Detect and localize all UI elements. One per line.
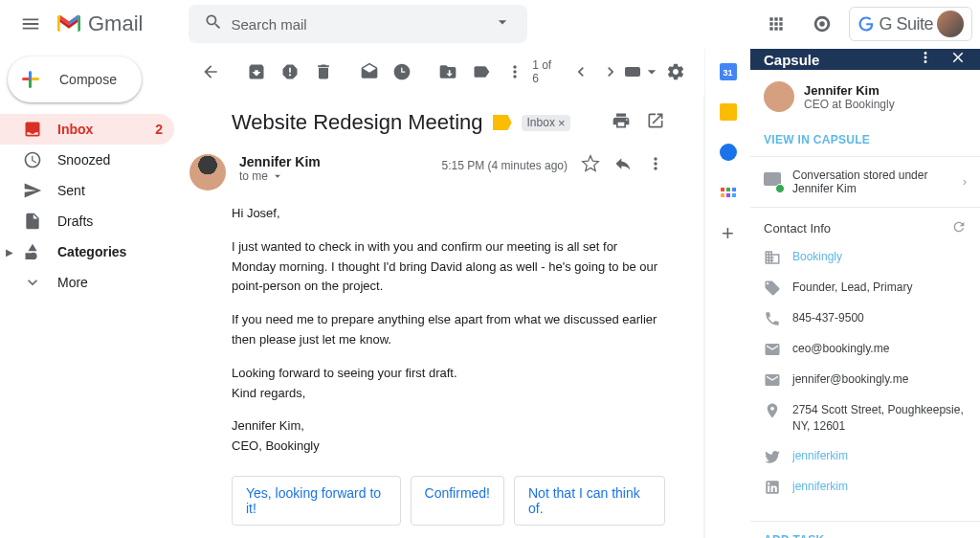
search-options-icon[interactable]: [485, 5, 520, 43]
tags-row: Founder, Lead, Primary: [764, 280, 967, 297]
tasks-addon-icon[interactable]: [717, 141, 740, 164]
contact-info-title: Contact Info: [764, 221, 831, 235]
avatar[interactable]: [937, 11, 964, 37]
mail-toolbar: 1 of 6: [182, 49, 704, 95]
message-more-icon[interactable]: [646, 154, 665, 176]
sidebar-item-categories[interactable]: Categories: [19, 236, 174, 267]
prev-icon[interactable]: [566, 55, 596, 89]
move-icon[interactable]: [433, 55, 464, 89]
sidebar-item-more[interactable]: More: [0, 267, 174, 298]
add-task-link[interactable]: ADD TASK: [764, 533, 967, 538]
spam-icon[interactable]: [275, 55, 306, 89]
sender-name: Jennifer Kim: [239, 154, 442, 169]
smart-reply-1[interactable]: Yes, looking forward to it!: [232, 476, 401, 526]
archive-icon[interactable]: [241, 55, 273, 89]
sidebar-item-drafts[interactable]: Drafts: [0, 206, 174, 236]
gsuite-badge[interactable]: G Suite: [849, 7, 972, 41]
smart-reply-3[interactable]: Not that I can think of.: [514, 476, 665, 526]
conversation-stored-row[interactable]: Conversation stored under Jennifer Kim ›: [750, 156, 980, 207]
capsule-avatar[interactable]: [764, 81, 794, 112]
top-bar: Gmail G Suite: [0, 0, 980, 49]
svg-point-2: [820, 21, 826, 27]
snooze-icon[interactable]: [387, 55, 418, 89]
linkedin-row: jenniferkim: [764, 479, 967, 496]
phone-row: 845-437-9500: [764, 310, 967, 327]
hamburger-menu-icon[interactable]: [8, 1, 54, 47]
sidebar-item-snoozed[interactable]: Snoozed: [0, 145, 174, 175]
mail-subject: Website Redesign Meeting: [232, 110, 483, 135]
stored-icon: [764, 172, 783, 191]
next-icon[interactable]: [595, 55, 626, 89]
twitter-row: jenniferkim: [764, 448, 967, 465]
sidebar-label: Snoozed: [57, 152, 110, 168]
mark-unread-icon[interactable]: [353, 55, 385, 89]
sidebar-label: Sent: [57, 183, 85, 198]
notifications-icon[interactable]: [803, 5, 841, 43]
twitter-link[interactable]: jenniferkim: [792, 448, 848, 464]
capsule-close-icon[interactable]: [949, 49, 967, 70]
sidebar-item-inbox[interactable]: Inbox 2: [0, 114, 174, 145]
mail-body: Website Redesign Meeting Inbox× Jennifer…: [182, 95, 704, 538]
categories-caret-icon[interactable]: ▶: [0, 247, 19, 258]
more-icon[interactable]: [499, 55, 530, 89]
label-chip[interactable]: Inbox×: [522, 115, 571, 131]
timestamp: 5:15 PM (4 minutes ago): [442, 159, 568, 172]
smart-replies: Yes, looking forward to it! Confirmed! N…: [232, 476, 665, 526]
search-input[interactable]: [231, 16, 485, 33]
chevron-right-icon: ›: [963, 175, 967, 189]
capsule-contact-name: Jennifer Kim: [804, 83, 895, 98]
sidebar-label: Categories: [57, 244, 126, 259]
sidebar-label: Inbox: [57, 122, 93, 137]
sidebar: Compose Inbox 2 Snoozed Sent Drafts ▶ Ca…: [0, 49, 182, 538]
capsule-contact-role: CEO at Bookingly: [804, 98, 895, 111]
important-tag-icon[interactable]: [493, 115, 512, 130]
sidebar-label: More: [57, 275, 88, 290]
chip-remove-icon[interactable]: ×: [558, 116, 566, 130]
recipient[interactable]: to me: [239, 169, 442, 183]
capsule-title: Capsule: [764, 52, 819, 68]
addon-rail: +: [704, 49, 750, 538]
star-icon[interactable]: [581, 154, 600, 176]
company-link[interactable]: Bookingly: [792, 249, 842, 265]
sidebar-item-sent[interactable]: Sent: [0, 175, 174, 206]
back-icon[interactable]: [195, 55, 227, 89]
compose-plus-icon: [19, 65, 48, 94]
sidebar-label: Drafts: [57, 213, 93, 229]
delete-icon[interactable]: [307, 55, 339, 89]
compose-label: Compose: [59, 72, 117, 87]
gmail-logo-text: Gmail: [88, 11, 143, 36]
capsule-header: Capsule: [750, 49, 980, 70]
settings-icon[interactable]: [660, 55, 691, 89]
company-row: Bookingly: [764, 249, 967, 266]
reply-icon[interactable]: [613, 154, 633, 176]
email1-row: ceo@bookingly.me: [764, 341, 967, 358]
compose-button[interactable]: Compose: [8, 56, 142, 102]
inbox-count: 2: [155, 122, 163, 137]
capsule-addon-icon[interactable]: [717, 181, 740, 204]
addon-plus-icon[interactable]: +: [722, 221, 734, 246]
view-in-capsule-link[interactable]: VIEW IN CAPSULE: [750, 123, 980, 156]
print-icon[interactable]: [612, 111, 631, 134]
email2-row: jennifer@bookingly.me: [764, 371, 967, 389]
search-icon[interactable]: [196, 5, 231, 43]
input-tools-icon[interactable]: [626, 55, 660, 89]
apps-icon[interactable]: [757, 5, 795, 43]
linkedin-link[interactable]: jenniferkim: [792, 479, 848, 495]
refresh-icon[interactable]: [951, 219, 967, 237]
page-count: 1 of 6: [532, 58, 558, 85]
keep-addon-icon[interactable]: [717, 101, 740, 123]
gmail-logo[interactable]: Gmail: [54, 9, 143, 39]
gsuite-label: G Suite: [879, 14, 933, 34]
open-new-icon[interactable]: [646, 111, 665, 134]
smart-reply-2[interactable]: Confirmed!: [411, 476, 504, 526]
sender-avatar[interactable]: [189, 154, 226, 191]
capsule-panel: Capsule Jennifer Kim CEO at Bookingly VI…: [750, 49, 980, 538]
search-box[interactable]: [189, 5, 527, 43]
labels-icon[interactable]: [466, 55, 498, 89]
capsule-menu-icon[interactable]: [917, 49, 934, 70]
mail-text: Hi Josef, I just wanted to check in with…: [232, 204, 665, 457]
address-row: 2754 Scott Street, Poughkeepsie, NY, 126…: [764, 402, 967, 435]
calendar-addon-icon[interactable]: [717, 60, 740, 83]
